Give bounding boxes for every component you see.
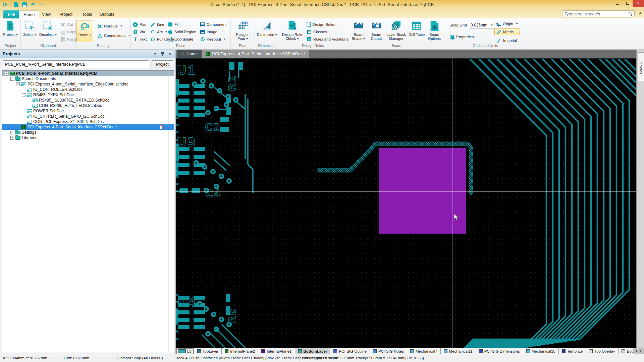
tree-item[interactable]: −PCI Express_4-port_Serial_Interface_Edg… xyxy=(2,81,174,87)
keepout-button[interactable]: Keepout xyxy=(200,36,226,43)
origin-button[interactable]: Origin xyxy=(496,20,518,27)
tree-item[interactable]: IO_CONTROLLER.SchDoc xyxy=(2,87,174,92)
tree-item[interactable]: −RS485_TXRX.SchDoc xyxy=(2,92,174,98)
tab-outputs[interactable]: Outputs xyxy=(95,10,119,18)
close-button[interactable]: × xyxy=(633,0,644,7)
project-button[interactable]: Project xyxy=(1,20,20,37)
layer-tab-internalplane2[interactable]: InternalPlane2 xyxy=(222,348,258,354)
paste-button[interactable]: Paste xyxy=(60,36,77,43)
unroute-button[interactable]: Unroute xyxy=(97,23,122,29)
component-button[interactable]: Component xyxy=(200,21,226,28)
layer-tab-internalplane1[interactable]: InternalPlane1 xyxy=(258,348,295,354)
pcb-canvas[interactable]: U1R2C2U3C4U4R6 xyxy=(176,59,636,348)
design-rule-check-button[interactable]: Design Rule Check xyxy=(281,20,303,41)
scroll-right-icon[interactable] xyxy=(640,350,641,352)
classes-button[interactable]: Classes xyxy=(307,28,327,35)
tab-view[interactable]: View xyxy=(38,10,55,18)
tree-expand-toggle[interactable]: − xyxy=(22,93,25,97)
save-icon[interactable] xyxy=(21,2,28,8)
deselect-button[interactable]: Deselect xyxy=(38,20,58,37)
solid-region-button[interactable]: Solid Region xyxy=(168,28,196,35)
board-cutout-button[interactable]: Board Cutout xyxy=(367,20,385,41)
new-document-icon[interactable] xyxy=(13,2,19,8)
tree-item[interactable]: +Settings xyxy=(2,130,174,135)
tree-expand-toggle[interactable]: − xyxy=(5,72,8,75)
layer-tab-pci-sig-dimensions[interactable]: PCI-SIG Dimensions xyxy=(476,348,523,354)
tree-item[interactable]: RS485_ISL83076E_RXTXLED.SchDoc xyxy=(2,98,174,103)
metric-button[interactable]: Metric xyxy=(494,28,520,35)
tab-project[interactable]: Project xyxy=(55,10,77,18)
doc-tab-home[interactable]: ⌂ Home xyxy=(177,50,202,58)
arc-button[interactable]: Arc xyxy=(150,28,167,35)
layer-stack-manager-button[interactable]: Layer Stack Manager xyxy=(386,20,407,41)
board-shape-button[interactable]: Board Shape xyxy=(350,20,368,41)
properties-button[interactable]: Properties xyxy=(449,34,474,40)
tree-expand-toggle[interactable]: + xyxy=(10,131,14,134)
imperial-button[interactable]: Imperial xyxy=(496,37,517,44)
tree-item[interactable]: IO_CNTRLR_Serial_GPIO_I2C.SchDoc xyxy=(2,114,174,119)
tab-file[interactable]: File xyxy=(3,10,19,18)
drill-table-button[interactable]: Drill Table xyxy=(408,20,425,37)
project-dropdown-button[interactable]: Project xyxy=(152,60,173,68)
layer-tab-mechanical15[interactable]: Mechanical15 xyxy=(523,348,559,354)
cut-button[interactable]: Cut xyxy=(60,21,73,28)
chevron-down-icon[interactable] xyxy=(153,52,158,56)
tree-item[interactable]: POWER.SchDoc xyxy=(2,108,174,114)
group-label-grids: Grids and Units xyxy=(446,44,525,48)
layer-tab-pci-sig-notes[interactable]: PCI-SIG Notes xyxy=(370,348,407,354)
tree-expand-toggle[interactable]: − xyxy=(16,82,20,86)
doc-tab-active-pcb[interactable]: PCI Express_4-Port_Serial_Interface.CSPc… xyxy=(202,50,309,58)
line-button[interactable]: Line xyxy=(150,21,164,28)
tree-item[interactable]: PCI Express_4-Port_Serial_Interface.CSPc… xyxy=(2,124,174,130)
search-icon[interactable] xyxy=(628,12,633,16)
layer-tab-pci-sig-outline[interactable]: PCI-SIG Outline xyxy=(330,348,370,354)
maximize-button[interactable] xyxy=(623,0,633,7)
pcb-canvas-svg[interactable]: U1R2C2U3C4U4R6 xyxy=(176,59,636,348)
layer-tab-mechanical7[interactable]: Mechanical7 xyxy=(407,348,441,354)
layer-tab-mechanical11[interactable]: Mechanical11 xyxy=(441,348,476,354)
layer-tab-top-overlay[interactable]: Top Overlay xyxy=(586,348,618,354)
layer-tab-template[interactable]: Template xyxy=(559,348,586,354)
coordinate-button[interactable]: Coordinate xyxy=(168,36,193,43)
rules-and-violations-button[interactable]: ✓Rules and Violations xyxy=(307,36,348,43)
folder-icon xyxy=(15,136,20,140)
search-input[interactable] xyxy=(562,12,628,16)
tree-expand-toggle[interactable]: + xyxy=(10,136,14,140)
layer-tab-bottomlayer[interactable]: BottomLayer xyxy=(295,348,331,354)
search-box[interactable] xyxy=(562,10,635,17)
tree-expand-toggle[interactable]: − xyxy=(10,77,14,81)
close-panel-icon[interactable]: × xyxy=(167,52,173,56)
tree-item[interactable]: CON_RS485_RJ45_LEDS.SchDoc xyxy=(2,103,174,108)
board-options-button[interactable]: Board Options xyxy=(425,20,444,41)
scroll-left-icon[interactable] xyxy=(635,350,637,352)
undo-icon[interactable]: ↶ xyxy=(30,2,36,8)
tree-item[interactable]: CON_PCI_Express_X1_36PIN.SchDoc xyxy=(2,119,174,124)
tree-item[interactable]: −Source Documents xyxy=(2,76,174,81)
connections-button[interactable]: Connections xyxy=(97,32,130,39)
image-button[interactable]: Image xyxy=(200,28,217,35)
snap-grid-dropdown[interactable]: 0.025mm xyxy=(469,22,494,28)
via-button[interactable]: Via xyxy=(133,28,145,35)
tree-item[interactable]: −PCB_PCIe_4-Port_Serial_Interface.PrjPCB xyxy=(2,71,174,76)
route-button[interactable]: Route xyxy=(76,20,93,42)
libraries-panel-tab[interactable]: Libraries xyxy=(638,52,644,81)
text-button[interactable]: TText xyxy=(133,36,147,43)
design-rules-button[interactable]: Design Rules xyxy=(307,21,335,28)
deselect-button-label: Deselect xyxy=(39,33,54,37)
select-button[interactable]: Select xyxy=(21,20,38,37)
chevron-up-icon[interactable] xyxy=(639,12,642,14)
fill-button[interactable]: Fill xyxy=(168,21,179,28)
dimension-button[interactable]: Dimension xyxy=(256,20,278,37)
pad-button[interactable]: Pad xyxy=(133,21,146,28)
redo-icon[interactable]: ↷ xyxy=(38,2,44,8)
tab-home[interactable]: Home xyxy=(19,10,39,18)
copy-button[interactable]: Copy xyxy=(60,28,76,35)
tree-item[interactable]: +Libraries xyxy=(2,135,174,140)
layer-set-box[interactable]: LS xyxy=(176,348,194,354)
pin-icon[interactable] xyxy=(160,52,165,56)
project-file-field[interactable]: PCB_PCIe_4-Port_Serial_Interface.PrjPCB xyxy=(3,60,149,68)
layer-tab-toplayer[interactable]: TopLayer xyxy=(194,348,222,354)
minimize-button[interactable] xyxy=(612,0,623,7)
polygon-pour-button[interactable]: Polygon Pour xyxy=(232,20,254,41)
tab-tools[interactable]: Tools xyxy=(78,10,96,18)
